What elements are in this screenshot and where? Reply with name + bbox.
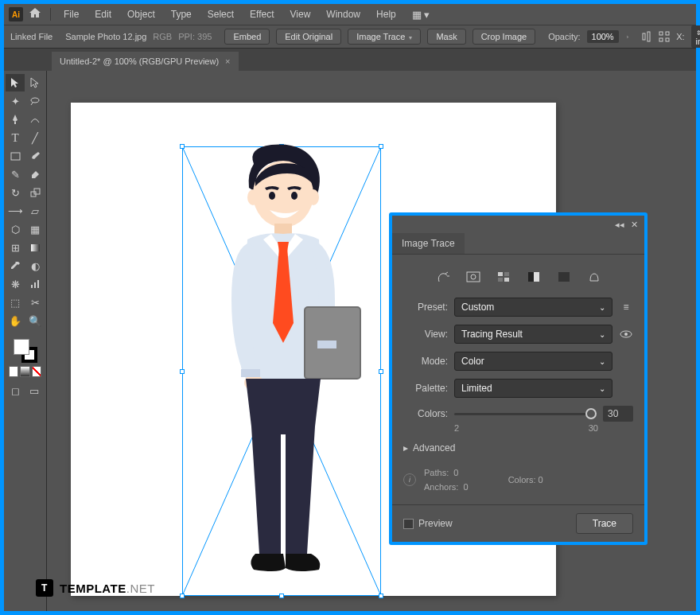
svg-rect-7 [11, 153, 20, 160]
line-tool[interactable]: ╱ [25, 129, 45, 146]
collapse-icon[interactable]: ◂◂ [615, 220, 624, 230]
direct-selection-tool[interactable] [25, 74, 45, 91]
canvas[interactable]: ◂◂ ✕ Image Trace Pre [47, 71, 696, 611]
crop-image-button[interactable]: Crop Image [472, 29, 535, 45]
color-swatch[interactable] [9, 366, 18, 377]
slider-thumb[interactable] [585, 408, 597, 419]
auto-color-icon[interactable] [434, 269, 453, 285]
resize-handle[interactable] [180, 594, 185, 598]
svg-rect-2 [659, 32, 663, 35]
hand-tool[interactable]: ✋ [6, 312, 25, 329]
screen-mode-icon[interactable]: ▭ [26, 382, 44, 399]
menu-effect[interactable]: Effect [243, 6, 280, 22]
svg-rect-5 [666, 38, 669, 41]
view-select[interactable]: Tracing Result⌄ [454, 325, 612, 344]
resize-handle[interactable] [379, 369, 383, 374]
menu-help[interactable]: Help [370, 6, 402, 22]
draw-mode-icon[interactable]: ◻ [7, 382, 25, 399]
image-trace-panel: ◂◂ ✕ Image Trace Pre [389, 212, 648, 545]
zoom-tool[interactable]: 🔍 [25, 312, 45, 329]
fill-stroke-swatch[interactable] [14, 339, 37, 363]
panel-title-tab[interactable]: Image Trace [392, 233, 465, 254]
high-color-icon[interactable] [464, 269, 483, 285]
mesh-tool[interactable]: ⊞ [6, 239, 25, 256]
shape-builder-tool[interactable]: ⬡ [6, 220, 25, 238]
selection-tool[interactable] [6, 74, 25, 91]
shaper-tool[interactable]: ✎ [6, 165, 25, 183]
mode-select[interactable]: Color⌄ [454, 352, 612, 371]
svg-rect-31 [504, 272, 509, 276]
menu-type[interactable]: Type [165, 6, 198, 22]
width-tool[interactable]: ⟶ [6, 202, 25, 220]
low-color-icon[interactable] [494, 269, 513, 285]
separator [50, 8, 51, 21]
image-trace-button[interactable]: Image Trace ▾ [348, 29, 421, 45]
resize-handle[interactable] [379, 144, 383, 149]
scale-tool[interactable] [25, 184, 45, 201]
app-logo-icon: Ai [9, 7, 23, 21]
gradient-tool[interactable] [25, 239, 45, 256]
transform-icon[interactable] [659, 29, 670, 44]
free-transform-tool[interactable]: ▱ [25, 202, 45, 220]
blend-tool[interactable]: ◐ [25, 257, 45, 274]
preview-checkbox[interactable]: Preview [403, 518, 453, 529]
menu-view[interactable]: View [284, 6, 317, 22]
paintbrush-tool[interactable] [25, 147, 45, 165]
perspective-tool[interactable]: ▦ [25, 220, 45, 238]
eraser-tool[interactable] [25, 165, 45, 183]
align-icon[interactable] [641, 29, 652, 44]
slice-tool[interactable]: ✂ [25, 294, 45, 311]
close-icon[interactable]: ✕ [631, 220, 638, 230]
outline-icon[interactable] [585, 269, 604, 285]
grayscale-icon[interactable] [524, 269, 543, 285]
tools-panel: ✦ T╱ ✎ ↻ ⟶▱ ⬡▦ ⊞ ◐ ❋ ⬚✂ ✋🔍 [4, 71, 47, 611]
preset-select[interactable]: Custom⌄ [454, 298, 612, 317]
advanced-toggle[interactable]: ▸ Advanced [403, 442, 633, 453]
home-icon[interactable] [26, 7, 44, 21]
resize-handle[interactable] [379, 594, 383, 598]
resize-handle[interactable] [279, 594, 284, 598]
eyedropper-tool[interactable] [6, 257, 25, 274]
eye-icon[interactable] [619, 329, 633, 339]
menu-object[interactable]: Object [121, 6, 161, 22]
menu-window[interactable]: Window [320, 6, 367, 22]
opacity-field[interactable]: 100% [587, 30, 619, 43]
symbol-sprayer-tool[interactable]: ❋ [6, 275, 25, 293]
menu-file[interactable]: File [57, 6, 85, 22]
edit-original-button[interactable]: Edit Original [276, 29, 341, 45]
magic-wand-tool[interactable]: ✦ [6, 92, 25, 110]
black-white-icon[interactable] [554, 269, 574, 285]
watermark-icon: T [36, 579, 53, 597]
lasso-tool[interactable] [25, 92, 45, 110]
svg-rect-3 [666, 32, 669, 35]
artboard-tool[interactable]: ⬚ [6, 294, 25, 311]
anchors-value: 0 [464, 482, 469, 492]
document-tab[interactable]: Untitled-2* @ 100% (RGB/GPU Preview) × [52, 52, 239, 71]
embed-button[interactable]: Embed [224, 29, 270, 45]
preset-menu-icon[interactable]: ≡ [619, 302, 633, 313]
colors-slider[interactable] [454, 413, 597, 415]
colors-value-field[interactable]: 30 [603, 406, 633, 422]
selection-bounds[interactable] [182, 146, 381, 596]
menu-select[interactable]: Select [201, 6, 240, 22]
rectangle-tool[interactable] [6, 147, 25, 165]
colors-label: Colors: [403, 408, 448, 419]
gradient-swatch[interactable] [20, 366, 29, 377]
type-tool[interactable]: T [6, 129, 25, 146]
rotate-tool[interactable]: ↻ [6, 184, 25, 201]
x-field[interactable]: ⇕ 5.72 in [691, 25, 700, 48]
trace-button[interactable]: Trace [576, 513, 633, 534]
curvature-tool[interactable] [25, 111, 45, 128]
resize-handle[interactable] [180, 144, 185, 149]
layout-switcher-icon[interactable]: ▦ ▾ [412, 9, 430, 21]
resize-handle[interactable] [180, 369, 185, 374]
slider-min-label: 2 [454, 423, 459, 433]
pen-tool[interactable] [6, 111, 25, 128]
menu-edit[interactable]: Edit [88, 6, 118, 22]
graph-tool[interactable] [25, 275, 45, 293]
chevron-right-icon[interactable]: › [627, 33, 629, 41]
palette-select[interactable]: Limited⌄ [454, 379, 612, 398]
none-swatch[interactable] [32, 366, 41, 377]
close-tab-icon[interactable]: × [225, 56, 230, 66]
mask-button[interactable]: Mask [427, 29, 465, 45]
